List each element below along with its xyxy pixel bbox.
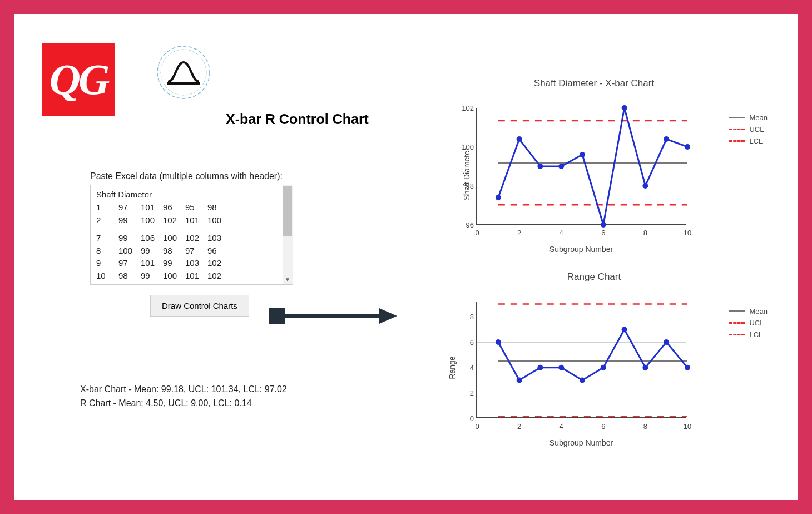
- scrollbar-thumb[interactable]: [283, 186, 292, 236]
- xbar-stats-text: X-bar Chart - Mean: 99.18, UCL: 101.34, …: [80, 383, 287, 397]
- bell-curve-icon: [156, 45, 211, 100]
- svg-point-15: [622, 105, 627, 111]
- xbar-chart-title: Shaft Diameter - X-bar Chart: [410, 78, 778, 89]
- excel-row: 810099989796: [96, 245, 287, 258]
- y-tick: 8: [457, 313, 474, 321]
- stats-panel: X-bar Chart - Mean: 99.18, UCL: 101.34, …: [80, 383, 287, 411]
- svg-point-31: [685, 365, 690, 370]
- svg-point-12: [558, 164, 564, 169]
- x-tick: 8: [643, 229, 647, 237]
- arrow-right-icon: [269, 304, 397, 330]
- range-ylabel: Range: [448, 356, 457, 379]
- svg-point-24: [537, 365, 543, 370]
- svg-point-16: [642, 183, 648, 189]
- x-tick: 2: [517, 422, 521, 431]
- x-tick: 0: [475, 229, 479, 237]
- svg-rect-3: [269, 308, 285, 324]
- y-tick: 6: [457, 338, 474, 347]
- svg-point-23: [517, 378, 522, 383]
- svg-point-25: [558, 365, 564, 370]
- r-stats-text: R Chart - Mean: 4.50, UCL: 9.00, LCL: 0.…: [80, 397, 287, 411]
- x-tick: 2: [517, 229, 521, 237]
- y-tick: 2: [457, 389, 474, 397]
- svg-point-30: [664, 339, 669, 345]
- svg-point-13: [580, 152, 585, 157]
- y-tick: 0: [457, 414, 474, 423]
- page-title: X-bar R Control Chart: [226, 111, 369, 127]
- y-tick: 100: [457, 143, 474, 151]
- svg-point-14: [601, 222, 606, 228]
- excel-row: 99710199103102: [96, 257, 287, 270]
- scroll-down-icon[interactable]: ▼: [283, 274, 293, 284]
- range-legend: Mean UCL LCL: [729, 307, 768, 342]
- svg-point-17: [664, 136, 669, 142]
- xbar-xlabel: Subgroup Number: [476, 245, 686, 254]
- excel-row: 299100102101100: [96, 214, 287, 227]
- x-tick: 4: [560, 229, 563, 237]
- xbar-legend: Mean UCL LCL: [729, 113, 768, 149]
- y-tick: 96: [457, 221, 474, 229]
- y-tick: 98: [457, 182, 474, 190]
- svg-point-0: [157, 46, 210, 98]
- excel-row: 197101969598: [96, 201, 287, 214]
- draw-control-charts-button[interactable]: Draw Control Charts: [150, 295, 249, 317]
- y-tick: 102: [457, 104, 474, 112]
- x-tick: 4: [560, 422, 563, 431]
- excel-data-input[interactable]: Shaft Diameter 1971019695982991001021011…: [90, 185, 293, 285]
- svg-point-29: [642, 365, 648, 370]
- scrollbar[interactable]: ▲ ▼: [283, 185, 293, 284]
- svg-point-9: [496, 195, 501, 200]
- input-label: Paste Excel data (multiple columns with …: [90, 171, 307, 181]
- svg-point-28: [622, 327, 627, 332]
- svg-point-22: [496, 339, 501, 345]
- range-xlabel: Subgroup Number: [476, 438, 686, 447]
- x-tick: 10: [684, 229, 691, 237]
- qg-logo-text: QG: [49, 55, 108, 105]
- range-chart-title: Range Chart: [410, 271, 778, 283]
- xbar-chart: Shaft Diameter - X-bar Chart Shaft Diame…: [410, 78, 778, 264]
- xbar-ylabel: Shaft Diameter: [462, 148, 471, 200]
- svg-point-10: [517, 136, 522, 142]
- excel-row: 109899100101102: [96, 270, 287, 283]
- svg-marker-5: [379, 308, 397, 324]
- x-tick: 6: [601, 422, 605, 431]
- range-chart: Range Chart Range 024680246810 Subgroup …: [410, 271, 778, 458]
- svg-point-18: [685, 144, 690, 150]
- input-panel: Paste Excel data (multiple columns with …: [90, 171, 307, 317]
- x-tick: 8: [643, 422, 647, 431]
- svg-point-27: [601, 365, 606, 370]
- svg-point-11: [537, 164, 543, 169]
- x-tick: 0: [475, 422, 479, 431]
- excel-row: 799106100102103: [96, 232, 287, 245]
- x-tick: 10: [684, 422, 691, 431]
- x-tick: 6: [601, 229, 605, 237]
- qg-logo: QG: [42, 43, 115, 116]
- y-tick: 4: [457, 363, 474, 372]
- svg-point-1: [161, 50, 206, 95]
- excel-header: Shaft Diameter: [96, 190, 287, 199]
- svg-point-26: [580, 378, 585, 383]
